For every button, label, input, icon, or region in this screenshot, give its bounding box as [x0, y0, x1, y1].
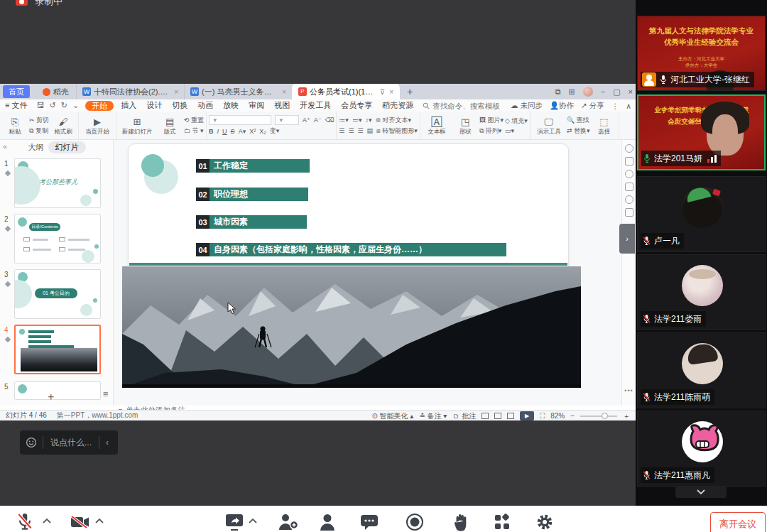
- line-spacing-button[interactable]: ↕▾: [365, 116, 371, 124]
- mountain-photo[interactable]: [122, 266, 581, 388]
- menu-docer-res[interactable]: 稻壳资源: [377, 100, 418, 111]
- font-color-button[interactable]: A▾: [239, 128, 246, 135]
- raise-hand-button[interactable]: [452, 513, 469, 532]
- normal-view-icon[interactable]: [482, 413, 489, 419]
- invite-button[interactable]: [277, 513, 298, 531]
- sidebar-more-icon[interactable]: •••: [622, 387, 636, 394]
- slide-thumb-5[interactable]: [14, 381, 101, 400]
- effects-icon[interactable]: [625, 170, 633, 178]
- close-tab-icon[interactable]: ×: [388, 88, 393, 96]
- align-right-icon[interactable]: ☰: [358, 127, 364, 134]
- outline-button[interactable]: ▭▾: [505, 127, 528, 134]
- reset-button[interactable]: ⟲ 重置: [184, 116, 204, 125]
- camera-options-chevron[interactable]: [95, 519, 104, 524]
- qat-dropdown-icon[interactable]: ⌄: [72, 101, 79, 110]
- align-left-icon[interactable]: ☰: [339, 127, 344, 134]
- pin-tab-icon[interactable]: ⊽: [379, 88, 385, 96]
- zoom-slider[interactable]: [580, 416, 617, 417]
- emoji-icon[interactable]: [26, 437, 37, 448]
- select-button[interactable]: ⬚选择: [591, 116, 616, 135]
- number-list-button[interactable]: ≕▾: [352, 116, 362, 124]
- italic-button[interactable]: I: [217, 128, 219, 135]
- font-size-box[interactable]: ▾: [275, 115, 299, 125]
- fill-button[interactable]: ◇ 填充▾: [505, 116, 528, 126]
- smart-beautify-button[interactable]: ⊙ 智能美化 ▴: [371, 411, 413, 421]
- menu-member[interactable]: 会员专享: [336, 100, 377, 111]
- subscript-button[interactable]: X₂: [259, 128, 266, 135]
- participant-tile[interactable]: 法学211陈雨萌: [637, 332, 766, 408]
- menu-view[interactable]: 视图: [269, 100, 295, 111]
- cut-button[interactable]: ✂ 剪切: [29, 116, 49, 125]
- clear-format-icon[interactable]: ⌫: [325, 116, 334, 124]
- new-tab-button[interactable]: +: [400, 86, 420, 97]
- font-name-box[interactable]: ▾: [209, 115, 271, 125]
- participant-tile[interactable]: 法学211娄雨: [637, 254, 766, 330]
- command-search[interactable]: [423, 102, 518, 110]
- help-icon[interactable]: [625, 195, 633, 204]
- search-input[interactable]: [433, 102, 518, 110]
- section-button[interactable]: 🗀 节 ▾: [184, 126, 204, 136]
- participants-button[interactable]: [318, 513, 337, 531]
- sorter-view-icon[interactable]: [494, 413, 501, 419]
- close-tab-icon[interactable]: ×: [173, 88, 178, 96]
- mic-options-chevron[interactable]: [43, 519, 51, 524]
- file-menu[interactable]: ≡ 文件: [0, 100, 32, 111]
- comments-toggle[interactable]: 🗅 批注: [452, 411, 476, 421]
- align-text-button[interactable]: ⊜ 对齐文本▾: [375, 116, 411, 125]
- cloud-sync-status[interactable]: ☁ 未同步: [511, 101, 543, 111]
- chat-quick-bar[interactable]: 说点什么... ‹: [20, 430, 118, 455]
- zoom-slider-knob[interactable]: [602, 413, 608, 419]
- layout-mode-icon[interactable]: ⧉: [555, 87, 561, 97]
- smartart-convert-button[interactable]: ⧈ 转智能图形▾: [376, 126, 418, 136]
- tab-home[interactable]: 首页: [3, 85, 30, 98]
- menu-start[interactable]: 开始: [85, 101, 114, 111]
- workspace-grid-icon[interactable]: ⊞: [569, 87, 575, 97]
- redo-icon[interactable]: ↻: [61, 101, 67, 110]
- menu-devtools[interactable]: 开发工具: [295, 100, 336, 111]
- copy-button[interactable]: ⧉ 复制: [29, 126, 49, 136]
- participant-tile[interactable]: 卢一凡: [637, 176, 766, 252]
- bullet-list-button[interactable]: ≔▾: [339, 116, 349, 124]
- chat-input[interactable]: 说点什么...: [43, 437, 99, 449]
- zoom-in-button[interactable]: ＋: [623, 411, 630, 421]
- slide-item-2[interactable]: 02 职位理想: [196, 188, 308, 201]
- more-menu-icon[interactable]: ⋮: [611, 102, 619, 110]
- tab-doc2[interactable]: W (一) 马亮男士义务动规.docx ×: [184, 84, 292, 99]
- grow-font-icon[interactable]: A⁺: [303, 116, 310, 124]
- chat-button[interactable]: [359, 513, 379, 531]
- justify-icon[interactable]: ▤: [367, 127, 374, 134]
- add-slide-button[interactable]: ＋: [45, 390, 56, 403]
- chat-collapse-icon[interactable]: ‹: [99, 438, 115, 447]
- tab-outline[interactable]: 大纲: [28, 142, 44, 153]
- collapse-ribbon-icon[interactable]: ∧: [626, 102, 631, 110]
- slide-thumb-3[interactable]: 01 考公目的: [14, 269, 101, 319]
- superscript-button[interactable]: X²: [249, 128, 256, 135]
- share-screen-button[interactable]: [224, 513, 244, 531]
- shapes-button[interactable]: ◳形状: [452, 116, 478, 135]
- save-icon[interactable]: 🖫: [36, 101, 44, 110]
- participant-tile[interactable]: 第九届人文与法律学院法学专业 优秀毕业生经验交流会 主办方：河北工业大学 承办方…: [637, 16, 766, 91]
- undo-icon[interactable]: ↺: [49, 101, 55, 110]
- resource-icon[interactable]: [625, 208, 633, 217]
- replace-button[interactable]: ⇄ 替换▾: [567, 126, 590, 136]
- align-center-icon[interactable]: ☰: [348, 127, 354, 134]
- new-slide-button[interactable]: ⊞新建幻灯片: [119, 116, 156, 135]
- close-tab-icon[interactable]: ×: [281, 88, 286, 96]
- menu-design[interactable]: 设计: [141, 100, 167, 111]
- minimize-button[interactable]: −: [601, 87, 605, 96]
- underline-button[interactable]: U: [222, 128, 227, 135]
- picture-button[interactable]: 🖼 图片▾: [479, 116, 504, 125]
- share-button[interactable]: ↗ 分享: [581, 101, 604, 111]
- menu-slideshow[interactable]: 放映: [218, 100, 244, 111]
- props-icon[interactable]: [625, 157, 633, 165]
- arrange-button[interactable]: ⧉ 排列▾: [479, 126, 504, 136]
- menu-transition[interactable]: 切换: [167, 100, 192, 111]
- close-window-button[interactable]: ×: [629, 87, 633, 96]
- participant-tile[interactable]: 法学211惠雨凡: [637, 411, 766, 487]
- find-button[interactable]: 🔍 查找: [567, 116, 590, 125]
- slide-item-4[interactable]: 04 自身因素（包括家庭影响，性格因素，应届生身份……）: [196, 243, 506, 256]
- fit-slide-icon[interactable]: ⛶: [540, 412, 545, 420]
- zoom-out-button[interactable]: −: [570, 412, 575, 420]
- beautify-icon[interactable]: [625, 144, 633, 153]
- slide-thumb-1[interactable]: 考公那些事儿: [14, 158, 101, 208]
